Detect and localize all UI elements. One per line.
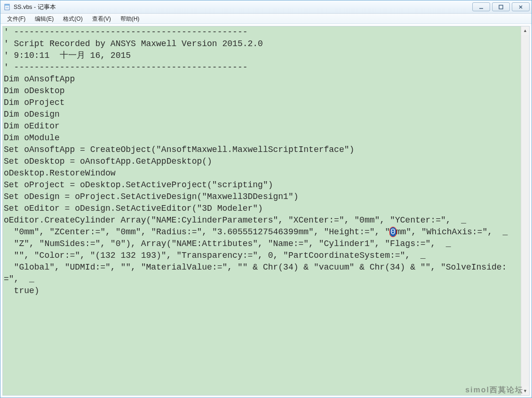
menubar: 文件(F) 编辑(E) 格式(O) 查看(V) 帮助(H) [0, 14, 532, 24]
editor-frame: ' --------------------------------------… [2, 26, 530, 396]
menu-format[interactable]: 格式(O) [58, 14, 87, 24]
vertical-scrollbar[interactable]: ▲ ▼ [521, 26, 529, 395]
svg-rect-5 [499, 5, 503, 9]
window-controls [472, 2, 530, 11]
close-button[interactable] [512, 2, 530, 11]
window-title: SS.vbs - 记事本 [14, 0, 472, 14]
menu-file[interactable]: 文件(F) [2, 14, 30, 24]
content-area: ' --------------------------------------… [0, 24, 532, 398]
text-editor[interactable]: ' --------------------------------------… [3, 26, 521, 395]
scroll-down-icon[interactable]: ▼ [521, 387, 529, 395]
scroll-up-icon[interactable]: ▲ [521, 26, 529, 35]
titlebar[interactable]: SS.vbs - 记事本 [0, 0, 532, 14]
menu-edit[interactable]: 编辑(E) [30, 14, 58, 24]
text-selection: 0 [390, 227, 396, 237]
menu-help[interactable]: 帮助(H) [116, 14, 144, 24]
menu-view[interactable]: 查看(V) [87, 14, 116, 24]
app-window: SS.vbs - 记事本 文件(F) 编辑(E) 格式(O) 查看(V) 帮助(… [0, 0, 532, 398]
svg-rect-1 [5, 4, 9, 6]
maximize-button[interactable] [492, 2, 510, 11]
scroll-track[interactable] [521, 35, 529, 387]
minimize-button[interactable] [472, 2, 490, 11]
notepad-icon [3, 3, 11, 11]
